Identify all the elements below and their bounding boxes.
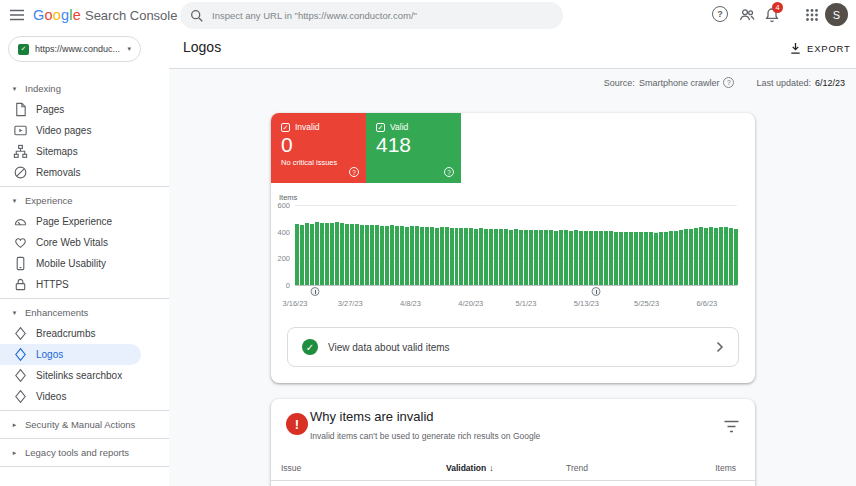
avatar[interactable]: S xyxy=(825,3,848,26)
chart-bar[interactable] xyxy=(400,226,404,285)
chart-bar[interactable] xyxy=(340,223,344,285)
chart-bar[interactable] xyxy=(300,225,304,285)
chart-bar[interactable] xyxy=(504,229,508,285)
chart-bar[interactable] xyxy=(604,231,608,285)
chart-bar[interactable] xyxy=(330,223,334,285)
chart-bar[interactable] xyxy=(484,229,488,285)
chart-bar[interactable] xyxy=(669,231,673,285)
chart-bar[interactable] xyxy=(609,231,613,285)
valid-banner[interactable]: ✓ Valid 418 ? xyxy=(366,113,461,183)
chart-bar[interactable] xyxy=(360,225,364,285)
sidebar-section-enhancements[interactable]: ▾ Enhancements xyxy=(0,302,169,323)
sidebar-section-security-manual-actions[interactable]: ▸ Security & Manual Actions xyxy=(0,414,169,435)
sidebar-section-experience[interactable]: ▾ Experience xyxy=(0,190,169,211)
chart-bar[interactable] xyxy=(420,227,424,285)
chart-bar[interactable] xyxy=(564,230,568,285)
chart-bar[interactable] xyxy=(699,227,703,285)
chart-bar[interactable] xyxy=(385,226,389,285)
sidebar-section-legacy-tools[interactable]: ▸ Legacy tools and reports xyxy=(0,442,169,463)
menu-icon[interactable] xyxy=(8,6,26,24)
timeline-marker-icon[interactable] xyxy=(311,287,320,296)
notification-count-badge[interactable]: 4 xyxy=(772,2,783,13)
sidebar-section-indexing[interactable]: ▾ Indexing xyxy=(0,78,169,99)
chart-bar[interactable] xyxy=(355,224,359,285)
sidebar-item-sitemaps[interactable]: Sitemaps xyxy=(0,141,141,162)
chart-bar[interactable] xyxy=(514,229,518,285)
export-button[interactable]: EXPORT xyxy=(789,39,851,57)
chart-bar[interactable] xyxy=(499,229,503,285)
chart-bar[interactable] xyxy=(320,223,324,285)
sidebar-item-breadcrumbs[interactable]: Breadcrumbs xyxy=(0,323,141,344)
chart-bar[interactable] xyxy=(445,227,449,285)
sidebar-item-mobile-usability[interactable]: Mobile Usability xyxy=(0,253,141,274)
chart-bar[interactable] xyxy=(659,232,663,285)
chart-bar[interactable] xyxy=(729,228,733,285)
chart-bar[interactable] xyxy=(724,227,728,285)
chart-bar[interactable] xyxy=(719,227,723,285)
timeline-marker-icon[interactable] xyxy=(592,287,601,296)
valid-help-icon[interactable]: ? xyxy=(444,167,454,177)
sidebar-item-core-web-vitals[interactable]: Core Web Vitals xyxy=(0,232,141,253)
chart-bar[interactable] xyxy=(350,224,354,285)
chart-bar[interactable] xyxy=(305,223,309,285)
column-trend[interactable]: Trend xyxy=(566,463,588,473)
chart-bar[interactable] xyxy=(509,230,513,285)
chart-bar[interactable] xyxy=(524,230,528,285)
chart-bar[interactable] xyxy=(464,228,468,285)
column-validation[interactable]: Validation ↓ xyxy=(446,463,493,473)
chart-bar[interactable] xyxy=(410,226,414,285)
chart-bar[interactable] xyxy=(734,229,738,285)
chart-bar[interactable] xyxy=(519,230,523,285)
chart-bar[interactable] xyxy=(599,231,603,285)
chart-bar[interactable] xyxy=(584,231,588,285)
chart-bar[interactable] xyxy=(689,229,693,285)
chart-bar[interactable] xyxy=(315,222,319,285)
view-valid-items-row[interactable]: ✓ View data about valid items xyxy=(287,327,739,367)
chart-bar[interactable] xyxy=(579,231,583,285)
chart-bar[interactable] xyxy=(679,230,683,285)
property-selector[interactable]: ✓ https://www.conduc... ▾ xyxy=(8,36,141,62)
chart-bar[interactable] xyxy=(644,232,648,285)
brand[interactable]: Google Search Console xyxy=(33,0,177,30)
chart-bar[interactable] xyxy=(335,222,339,285)
filter-icon[interactable] xyxy=(724,420,739,433)
sidebar-item-https[interactable]: HTTPS xyxy=(0,274,141,295)
apps-grid-icon[interactable] xyxy=(804,7,819,22)
chart-bar[interactable] xyxy=(704,228,708,285)
invalid-help-icon[interactable]: ? xyxy=(349,167,359,177)
chart-bar[interactable] xyxy=(474,229,478,285)
checkbox-checked-icon[interactable]: ✓ xyxy=(281,123,290,132)
chart-bar[interactable] xyxy=(549,230,553,285)
invalid-banner[interactable]: ✓ Invalid 0 No critical issues ? xyxy=(271,113,366,183)
chart-bar[interactable] xyxy=(365,225,369,285)
sidebar-item-logos[interactable]: Logos xyxy=(0,344,141,365)
chart-bar[interactable] xyxy=(440,227,444,285)
column-items[interactable]: Items xyxy=(715,463,736,473)
chart-bar[interactable] xyxy=(634,232,638,285)
sidebar-item-video-pages[interactable]: Video pages xyxy=(0,120,141,141)
sidebar-item-pages[interactable]: Pages xyxy=(0,99,141,120)
help-icon[interactable]: ? xyxy=(712,6,728,22)
chart-bar[interactable] xyxy=(559,230,563,285)
chart-bar[interactable] xyxy=(709,227,713,285)
chart-bar[interactable] xyxy=(629,232,633,285)
chart-bar[interactable] xyxy=(569,231,573,285)
chart-bar[interactable] xyxy=(310,224,314,285)
chart-bar[interactable] xyxy=(375,225,379,285)
chart-bar[interactable] xyxy=(624,232,628,285)
chart-bar[interactable] xyxy=(370,225,374,285)
column-issue[interactable]: Issue xyxy=(281,463,301,473)
chart-bar[interactable] xyxy=(390,225,394,285)
chart-bar[interactable] xyxy=(455,228,459,285)
chart-bar[interactable] xyxy=(345,224,349,285)
chart-bar[interactable] xyxy=(415,226,419,285)
checkbox-checked-icon[interactable]: ✓ xyxy=(376,123,385,132)
chart-bar[interactable] xyxy=(649,232,653,285)
sidebar-item-videos[interactable]: Videos xyxy=(0,386,141,407)
chart-bar[interactable] xyxy=(395,226,399,285)
chart-bar[interactable] xyxy=(450,228,454,285)
manage-users-icon[interactable] xyxy=(738,6,756,24)
chart-bar[interactable] xyxy=(544,230,548,285)
chart-bar[interactable] xyxy=(534,230,538,285)
chart-bar[interactable] xyxy=(489,229,493,285)
